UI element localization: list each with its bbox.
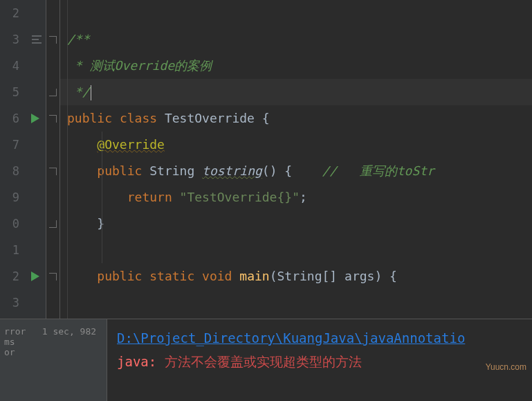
code-line[interactable] (60, 237, 532, 263)
line-number: 4 (0, 53, 19, 79)
line-number: 0 (0, 211, 19, 237)
method-name-error: tostring (202, 163, 262, 178)
build-status-area: rror 1 sec, 982 ms or (0, 319, 107, 401)
watermark: Yuucn.com (486, 362, 526, 372)
code-line-current[interactable]: */ (60, 79, 532, 105)
line-number: 3 (0, 289, 19, 316)
build-status-text: rror (4, 326, 26, 337)
line-number: 9 (0, 184, 19, 211)
line-number: 6 (0, 105, 19, 132)
line-number: 2 (0, 263, 19, 289)
error-source: java: (117, 354, 165, 369)
code-line[interactable]: @Override (60, 132, 532, 158)
javadoc-comment: /** (67, 32, 90, 46)
run-main-icon[interactable] (31, 271, 39, 281)
javadoc-comment: * 测试Override的案例 (67, 58, 212, 73)
line-number-gutter: 2 3 4 5 6 7 8 9 0 1 2 3 (0, 0, 25, 319)
code-line[interactable]: public static void main(String[] args) { (60, 263, 532, 289)
align-icon (30, 26, 43, 53)
build-messages[interactable]: D:\Project_Directory\KuangJava\javaAnnot… (107, 319, 532, 401)
error-file-link[interactable]: D:\Project_Directory\KuangJava\javaAnnot… (117, 330, 465, 346)
build-status-text: or (4, 347, 15, 357)
line-number: 2 (0, 0, 19, 26)
editor-area: 2 3 4 5 6 7 8 9 0 1 2 3 (0, 0, 532, 319)
line-number: 1 (0, 237, 19, 263)
line-number: 7 (0, 132, 19, 158)
code-line[interactable]: return "TestOverride{}"; (60, 184, 532, 211)
fold-toggle-icon[interactable] (49, 220, 57, 228)
fold-toggle-icon[interactable] (49, 89, 57, 96)
code-line[interactable] (60, 0, 532, 26)
fold-toggle-icon[interactable] (49, 273, 57, 280)
error-message: 方法不会覆盖或实现超类型的方法 (165, 354, 362, 369)
javadoc-comment: */ (67, 84, 90, 99)
fold-gutter (46, 0, 59, 319)
fold-toggle-icon[interactable] (49, 115, 57, 123)
code-line[interactable]: public String tostring() { // 重写的toStr (60, 158, 532, 184)
line-number: 5 (0, 79, 19, 105)
code-line[interactable]: public class TestOverride { (60, 105, 532, 132)
text-caret (91, 85, 91, 100)
fold-toggle-icon[interactable] (49, 36, 57, 44)
fold-toggle-icon[interactable] (49, 168, 57, 175)
code-editor[interactable]: /** * 测试Override的案例 */ public class Test… (59, 0, 532, 319)
code-line[interactable]: * 测试Override的案例 (60, 53, 532, 79)
build-output-panel: rror 1 sec, 982 ms or D:\Project_Directo… (0, 319, 532, 401)
run-class-icon[interactable] (31, 114, 39, 123)
code-line[interactable]: /** (60, 26, 532, 53)
code-line[interactable]: } (60, 211, 532, 237)
override-annotation: @Override (97, 137, 165, 152)
line-number: 8 (0, 158, 19, 184)
code-line[interactable] (60, 289, 532, 316)
line-number: 3 (0, 26, 19, 53)
